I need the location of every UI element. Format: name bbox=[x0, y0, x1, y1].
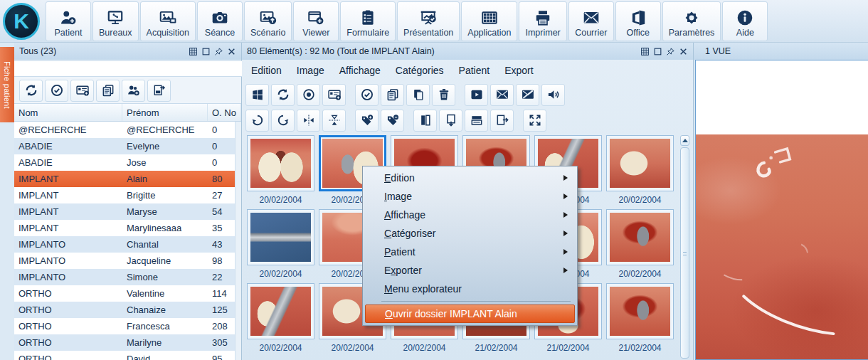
patient-row-ortho-marilyne[interactable]: ORTHO Marilyne 305 bbox=[14, 334, 241, 351]
context-menu-item-affichage[interactable]: Affichage bbox=[363, 206, 577, 224]
context-menu-item-patient[interactable]: Patient bbox=[363, 243, 577, 261]
tool-form-badge-button[interactable] bbox=[322, 84, 346, 106]
patient-row-implanto-simone[interactable]: IMPLANTO Simone 22 bbox=[14, 269, 241, 285]
toolbar-button-seance[interactable]: Séance bbox=[197, 1, 243, 41]
toolbar-button-presentation[interactable]: Présentation bbox=[397, 1, 460, 41]
gallery-scrollbar-thumb[interactable] bbox=[680, 147, 689, 359]
tool-rotate-cw-button[interactable] bbox=[271, 110, 295, 132]
toolbar-button-imprimer[interactable]: Imprimer bbox=[519, 1, 566, 41]
tool-export-csv-button[interactable] bbox=[147, 80, 171, 102]
tool-video-button[interactable] bbox=[465, 84, 488, 106]
menu-edition[interactable]: Edition bbox=[251, 65, 282, 76]
thumbnail-date: 21/02/2004 bbox=[462, 341, 530, 355]
toolbar-button-parametres[interactable]: Paramètres bbox=[662, 1, 721, 41]
tool-people-add-button[interactable] bbox=[122, 80, 145, 102]
patient-row-recherche-recherche[interactable]: @RECHERCHE @RECHERCHE 0 bbox=[14, 122, 241, 138]
toolbar-button-office[interactable]: Office bbox=[615, 1, 661, 41]
tool-check-circle-button[interactable] bbox=[45, 80, 68, 102]
thumbnail[interactable] bbox=[606, 209, 674, 265]
patient-row-implant-alain-selected[interactable]: IMPLANT Alain 80 bbox=[14, 171, 241, 187]
column-header-ono[interactable]: O. No bbox=[208, 104, 241, 121]
tool-refresh-button[interactable] bbox=[271, 84, 295, 106]
tool-flip-h-button[interactable] bbox=[297, 110, 320, 132]
pin-icon[interactable] bbox=[666, 47, 675, 56]
thumbnail[interactable] bbox=[606, 135, 674, 191]
patient-row-implanto-chantal[interactable]: IMPLANTO Chantal 43 bbox=[14, 236, 241, 253]
close-icon[interactable] bbox=[679, 47, 688, 56]
tool-print-tray-button[interactable] bbox=[465, 110, 488, 132]
patient-row-ortho-valentine[interactable]: ORTHO Valentine 114 bbox=[14, 285, 241, 302]
tool-mail-blocked-button[interactable] bbox=[516, 84, 539, 106]
toolbar-button-patient[interactable]: Patient bbox=[46, 1, 91, 41]
patient-row-abadie-jose[interactable]: ABADIE Jose 0 bbox=[14, 154, 241, 171]
menu-affichage[interactable]: Affichage bbox=[339, 65, 381, 76]
fiche-patient-tab[interactable]: Fiche patient bbox=[0, 47, 14, 122]
maximize-icon[interactable] bbox=[653, 47, 662, 56]
tool-mail-button[interactable] bbox=[490, 84, 514, 106]
context-menu-item-menu-explorateur[interactable]: Menu explorateur bbox=[363, 280, 577, 298]
scroll-up-button[interactable] bbox=[680, 135, 689, 146]
maximize-icon[interactable] bbox=[201, 47, 211, 56]
column-header-nom[interactable]: Nom bbox=[14, 104, 122, 121]
patient-search-input[interactable] bbox=[14, 60, 242, 77]
patient-row-ortho-david[interactable]: ORTHO David 95 bbox=[14, 351, 241, 360]
tool-paste-button[interactable] bbox=[406, 84, 430, 106]
toolbar-button-aide[interactable]: Aide bbox=[722, 1, 768, 41]
toolbar-button-bureaux[interactable]: Bureaux bbox=[92, 1, 139, 41]
pin-icon[interactable] bbox=[214, 47, 223, 56]
toolbar-button-label: Courrier bbox=[575, 28, 607, 38]
tool-copy-button[interactable] bbox=[96, 80, 120, 102]
table-view-icon[interactable] bbox=[189, 47, 198, 56]
thumbnail[interactable] bbox=[247, 135, 314, 191]
tool-form-badge-button[interactable] bbox=[70, 80, 94, 102]
patient-list-scrollbar[interactable] bbox=[235, 122, 241, 360]
thumbnail[interactable] bbox=[247, 209, 314, 265]
tool-speaker-button[interactable] bbox=[541, 84, 565, 106]
tool-check-circle-button[interactable] bbox=[355, 84, 379, 106]
tool-flip-v-button[interactable] bbox=[322, 110, 346, 132]
menu-image[interactable]: Image bbox=[297, 65, 324, 76]
context-menu-item-ouvrir-dossier-implant-alain[interactable]: Ouvrir dossier IMPLANT Alain bbox=[365, 305, 575, 323]
context-menu-item-exporter[interactable]: Exporter bbox=[363, 261, 577, 280]
menu-patient[interactable]: Patient bbox=[459, 65, 490, 76]
tool-tag-add-button[interactable] bbox=[355, 110, 379, 132]
patient-row-implanto-jacqueline[interactable]: IMPLANTO Jacqueline 98 bbox=[14, 253, 241, 269]
toolbar-button-viewer[interactable]: Viewer bbox=[293, 1, 339, 41]
toolbar-button-scenario[interactable]: Scénario bbox=[244, 1, 292, 41]
tool-copy-button[interactable] bbox=[381, 84, 404, 106]
toolbar-button-application[interactable]: Application bbox=[461, 1, 517, 41]
context-menu-item-categoriser[interactable]: Catégoriser bbox=[363, 224, 577, 243]
context-menu-item-image[interactable]: Image bbox=[363, 187, 577, 206]
toolbar-button-acquisition[interactable]: Acquisition bbox=[140, 1, 196, 41]
tool-page-flip-button[interactable] bbox=[413, 110, 437, 132]
patient-row-implant-maryse[interactable]: IMPLANT Maryse 54 bbox=[14, 203, 241, 220]
tool-refresh-button[interactable] bbox=[19, 80, 43, 102]
tool-page-next-button[interactable] bbox=[490, 110, 514, 132]
close-icon[interactable] bbox=[227, 47, 236, 56]
table-view-icon[interactable] bbox=[640, 47, 650, 56]
thumbnail-photo-implant-drill bbox=[250, 287, 311, 336]
toolbar-button-formulaire[interactable]: Formulaire bbox=[340, 1, 396, 41]
tool-expand-button[interactable] bbox=[523, 110, 546, 132]
viewer-viewport[interactable] bbox=[695, 60, 868, 360]
toolbar-button-courrier[interactable]: Courrier bbox=[568, 1, 614, 41]
patient-row-implant-marylinesaaa[interactable]: IMPLANT Marylinesaaa 35 bbox=[14, 220, 241, 236]
tool-page-down-button[interactable] bbox=[439, 110, 462, 132]
patient-row-implant-brigitte[interactable]: IMPLANT Brigitte 27 bbox=[14, 187, 241, 203]
tool-tag-remove-button[interactable] bbox=[381, 110, 404, 132]
patient-row-ortho-francesca[interactable]: ORTHO Francesca 208 bbox=[14, 318, 241, 334]
thumbnail[interactable] bbox=[606, 283, 674, 339]
column-header-prenom[interactable]: Prénom bbox=[122, 104, 208, 121]
patient-row-abadie-evelyne[interactable]: ABADIE Evelyne 0 bbox=[14, 138, 241, 154]
toolbar-button-label: Aide bbox=[736, 28, 754, 38]
context-menu-item-edition[interactable]: Edition bbox=[363, 169, 577, 187]
tool-rotate-ccw-button[interactable] bbox=[245, 110, 269, 132]
menu-categories[interactable]: Catégories bbox=[396, 65, 444, 76]
tool-windows-button[interactable] bbox=[245, 84, 269, 106]
app-logo[interactable]: K bbox=[3, 3, 40, 40]
tool-record-button[interactable] bbox=[297, 84, 320, 106]
thumbnail[interactable] bbox=[247, 283, 314, 339]
patient-row-ortho-chanaize[interactable]: ORTHO Chanaize 125 bbox=[14, 302, 241, 318]
menu-export[interactable]: Export bbox=[504, 65, 533, 76]
tool-trash-button[interactable] bbox=[432, 84, 455, 106]
